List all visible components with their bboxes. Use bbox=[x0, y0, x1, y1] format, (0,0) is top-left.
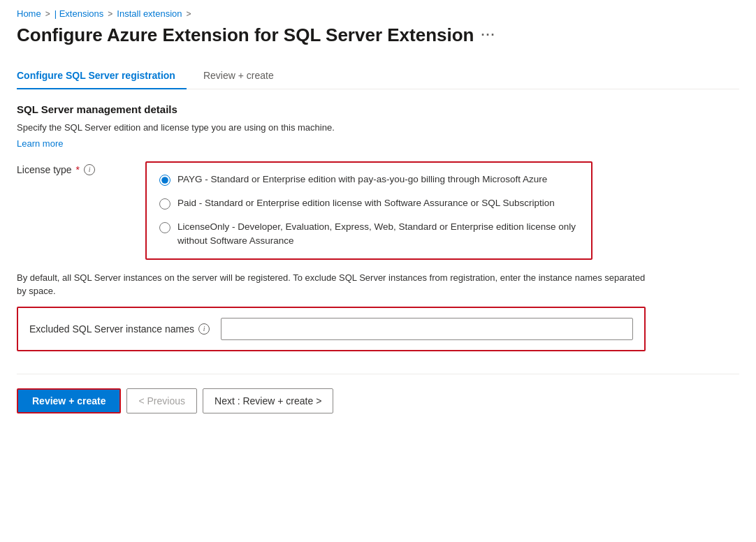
breadcrumb-sep3: > bbox=[187, 9, 191, 19]
radio-option-payg: PAYG - Standard or Enterprise edition wi… bbox=[159, 173, 579, 186]
radio-option-paid: Paid - Standard or Enterprise edition li… bbox=[159, 196, 579, 210]
license-type-options: PAYG - Standard or Enterprise edition wi… bbox=[145, 161, 593, 260]
required-indicator: * bbox=[76, 164, 80, 175]
tab-review[interactable]: Review + create bbox=[203, 63, 285, 89]
license-type-row: License type * i PAYG - Standard or Ente… bbox=[17, 161, 739, 260]
page-title: Configure Azure Extension for SQL Server… bbox=[17, 24, 474, 46]
breadcrumb-home[interactable]: Home bbox=[17, 8, 41, 19]
section-description: Specify the SQL Server edition and licen… bbox=[17, 121, 739, 135]
radio-paid-label: Paid - Standard or Enterprise edition li… bbox=[177, 196, 555, 210]
radio-licenseonly-label: LicenseOnly - Developer, Evaluation, Exp… bbox=[177, 220, 579, 249]
button-row: Review + create < Previous Next : Review… bbox=[17, 374, 739, 413]
tab-configure[interactable]: Configure SQL Server registration bbox=[17, 63, 187, 89]
next-button[interactable]: Next : Review + create > bbox=[203, 388, 333, 413]
license-type-label: License type * i bbox=[17, 161, 129, 175]
exclude-instance-label: Excluded SQL Server instance names i bbox=[29, 323, 210, 335]
license-type-info-icon[interactable]: i bbox=[84, 164, 95, 175]
exclusion-note: By default, all SQL Server instances on … bbox=[17, 271, 646, 298]
learn-more-link[interactable]: Learn more bbox=[17, 138, 63, 149]
review-create-button[interactable]: Review + create bbox=[17, 388, 121, 413]
exclude-instance-input[interactable] bbox=[221, 318, 633, 340]
radio-option-licenseonly: LicenseOnly - Developer, Evaluation, Exp… bbox=[159, 220, 579, 249]
section-title: SQL Server management details bbox=[17, 103, 739, 115]
radio-licenseonly[interactable] bbox=[159, 222, 170, 233]
breadcrumb-extensions[interactable]: | Extensions bbox=[54, 8, 104, 19]
breadcrumb-install[interactable]: Install extension bbox=[117, 8, 182, 19]
page-title-container: Configure Azure Extension for SQL Server… bbox=[17, 24, 739, 46]
tabs-container: Configure SQL Server registration Review… bbox=[17, 63, 739, 89]
breadcrumb-sep2: > bbox=[108, 9, 112, 19]
more-options-icon[interactable]: ··· bbox=[481, 28, 495, 43]
exclude-info-icon[interactable]: i bbox=[198, 323, 210, 335]
radio-payg-label: PAYG - Standard or Enterprise edition wi… bbox=[177, 173, 547, 186]
breadcrumb: Home > | Extensions > Install extension … bbox=[17, 0, 739, 24]
radio-paid[interactable] bbox=[159, 198, 170, 210]
breadcrumb-sep1: > bbox=[45, 9, 50, 19]
exclude-instance-box: Excluded SQL Server instance names i bbox=[17, 307, 646, 351]
previous-button[interactable]: < Previous bbox=[126, 388, 197, 413]
radio-payg[interactable] bbox=[159, 175, 170, 186]
